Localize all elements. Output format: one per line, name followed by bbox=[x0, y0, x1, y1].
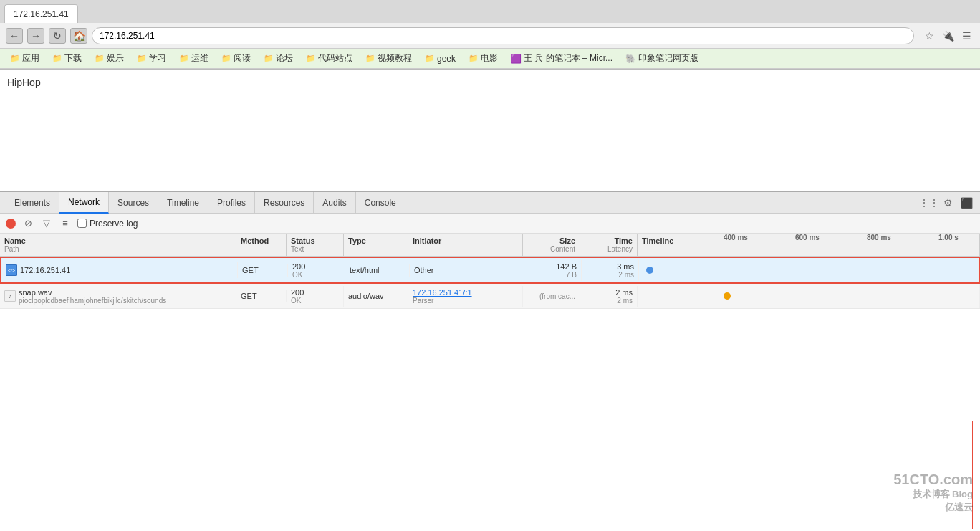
bookmark-evernote[interactable]: 🐘印象笔记网页版 bbox=[621, 52, 703, 65]
clear-icon[interactable]: ⊘ bbox=[21, 217, 34, 230]
timeline-marker-1s: 1.00 s bbox=[938, 234, 959, 241]
settings-icon[interactable]: ⚙ bbox=[940, 195, 956, 211]
timeline-dot-1 bbox=[724, 292, 731, 300]
td-method-1: GET bbox=[236, 290, 287, 302]
tab-profiles[interactable]: Profiles bbox=[208, 192, 255, 214]
timeline-bar-1 bbox=[724, 292, 731, 300]
page-content-area: HipHop bbox=[0, 70, 980, 191]
td-name-0: </> 172.16.251.41 bbox=[1, 262, 238, 278]
reload-button[interactable]: ↻ bbox=[49, 28, 66, 44]
bookmark-reading[interactable]: 📁阅读 bbox=[217, 52, 255, 65]
browser-tab[interactable]: 172.16.251.41 bbox=[4, 4, 78, 23]
th-method: Method bbox=[236, 234, 287, 256]
devtools-header: Elements Network Sources Timeline Profil… bbox=[0, 192, 980, 214]
td-type-1: audio/wav bbox=[344, 290, 408, 302]
tab-network[interactable]: Network bbox=[59, 192, 109, 214]
timeline-dot-0 bbox=[646, 267, 653, 274]
td-timeline-0 bbox=[639, 258, 979, 282]
extension-icon[interactable]: 🔌 bbox=[940, 28, 956, 44]
th-status: Status Text bbox=[287, 234, 344, 256]
th-timeline: Timeline 400 ms 600 ms 800 ms 1.00 s bbox=[638, 234, 980, 256]
filter-icon[interactable]: ▽ bbox=[40, 217, 53, 230]
bookmark-forum[interactable]: 📁论坛 bbox=[259, 52, 297, 65]
bookmark-study[interactable]: 📁学习 bbox=[133, 52, 170, 65]
audio-file-icon: ♪ bbox=[4, 290, 16, 302]
th-type: Type bbox=[344, 234, 408, 256]
td-type-0: text/html bbox=[345, 264, 410, 277]
request-name-0: 172.16.251.41 bbox=[20, 266, 70, 274]
th-size: Size Content bbox=[523, 234, 580, 256]
bookmark-entertainment[interactable]: 📁娱乐 bbox=[90, 52, 128, 65]
td-time-1: 2 ms 2 ms bbox=[580, 286, 638, 307]
menu-icon[interactable]: ☰ bbox=[959, 28, 974, 44]
bookmark-code[interactable]: 📁代码站点 bbox=[302, 52, 357, 65]
td-timeline-1 bbox=[638, 284, 980, 308]
td-time-0: 3 ms 2 ms bbox=[582, 260, 639, 281]
devtools-panel: Elements Network Sources Timeline Profil… bbox=[0, 191, 980, 521]
table-header: Name Path Method Status Text Type Initia… bbox=[0, 234, 980, 257]
td-initiator-1: 172.16.251.41/:1 Parser bbox=[408, 286, 523, 307]
td-method-0: GET bbox=[238, 264, 288, 277]
network-table: Name Path Method Status Text Type Initia… bbox=[0, 234, 980, 521]
td-size-0: 142 B 7 B bbox=[524, 260, 582, 281]
bookmark-movie[interactable]: 📁电影 bbox=[464, 52, 502, 65]
th-name: Name Path bbox=[0, 234, 236, 256]
devtools-actions: ⋮⋮ ⚙ ⬛ bbox=[921, 195, 974, 211]
back-button[interactable]: ← bbox=[6, 28, 23, 44]
td-status-0: 200 OK bbox=[288, 260, 345, 281]
tab-timeline[interactable]: Timeline bbox=[158, 192, 208, 214]
page-title: HipHop bbox=[7, 77, 973, 88]
timeline-bar-0 bbox=[646, 267, 653, 274]
td-name-1: ♪ snap.wav pioclpoplcdbaefihamjohnefbikj… bbox=[0, 286, 236, 307]
timeline-marker-800: 800 ms bbox=[867, 234, 891, 241]
bookmarks-bar: 📁应用 📁下载 📁娱乐 📁学习 📁运维 📁阅读 📁论坛 📁代码站点 📁视频教程 … bbox=[0, 49, 980, 69]
dock-icon[interactable]: ⋮⋮ bbox=[921, 195, 937, 211]
bookmark-ops[interactable]: 📁运维 bbox=[175, 52, 213, 65]
request-path-1: pioclpoplcdbaefihamjohnefbikjilc/skitch/… bbox=[19, 297, 166, 305]
th-initiator: Initiator bbox=[408, 234, 523, 256]
td-initiator-0: Other bbox=[410, 264, 524, 277]
network-toolbar: ⊘ ▽ ≡ Preserve log bbox=[0, 214, 980, 234]
td-status-1: 200 OK bbox=[287, 286, 344, 307]
bookmark-geek[interactable]: 📁geek bbox=[421, 53, 460, 64]
url-bar[interactable] bbox=[92, 27, 914, 44]
td-size-1: (from cac... bbox=[523, 290, 580, 302]
forward-button[interactable]: → bbox=[27, 28, 44, 44]
timeline-vline-blue bbox=[724, 421, 724, 521]
tab-audits[interactable]: Audits bbox=[314, 192, 355, 214]
tab-sources[interactable]: Sources bbox=[109, 192, 158, 214]
bookmark-download[interactable]: 📁下载 bbox=[48, 52, 86, 65]
tab-console[interactable]: Console bbox=[356, 192, 405, 214]
timeline-vline-red bbox=[972, 421, 973, 521]
timeline-marker-400: 400 ms bbox=[724, 234, 748, 241]
preserve-log-checkbox[interactable] bbox=[77, 219, 87, 228]
list-icon[interactable]: ≡ bbox=[59, 217, 72, 230]
bookmark-video[interactable]: 📁视频教程 bbox=[361, 52, 416, 65]
tab-title: 172.16.251.41 bbox=[14, 9, 69, 19]
devtools-tabs: Elements Network Sources Timeline Profil… bbox=[6, 192, 921, 214]
bookmark-apps[interactable]: 📁应用 bbox=[6, 52, 44, 65]
record-button[interactable] bbox=[6, 219, 16, 229]
tab-resources[interactable]: Resources bbox=[255, 192, 314, 214]
tab-elements[interactable]: Elements bbox=[6, 192, 59, 214]
html-file-icon: </> bbox=[6, 264, 17, 276]
undock-icon[interactable]: ⬛ bbox=[959, 195, 974, 211]
bookmark-star-icon[interactable]: ☆ bbox=[921, 28, 937, 44]
home-button[interactable]: 🏠 bbox=[70, 28, 87, 44]
table-row[interactable]: </> 172.16.251.41 GET 200 OK text/html O… bbox=[0, 257, 980, 284]
request-name-1: snap.wav bbox=[19, 288, 166, 297]
table-row[interactable]: ♪ snap.wav pioclpoplcdbaefihamjohnefbikj… bbox=[0, 284, 980, 309]
bookmark-onenote[interactable]: 🟪王 兵 的笔记本 – Micr... bbox=[506, 52, 617, 65]
timeline-marker-600: 600 ms bbox=[795, 234, 820, 241]
th-time: Time Latency bbox=[580, 234, 638, 256]
preserve-log-text: Preserve log bbox=[90, 219, 138, 229]
preserve-log-label[interactable]: Preserve log bbox=[77, 219, 138, 229]
